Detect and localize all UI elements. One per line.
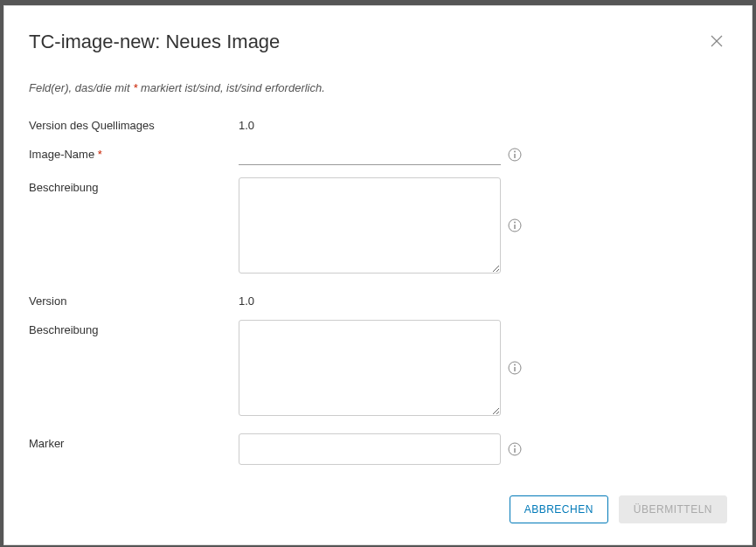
info-icon[interactable] bbox=[508, 218, 522, 232]
row-marker: Marker bbox=[29, 433, 727, 465]
info-icon[interactable] bbox=[508, 361, 522, 375]
close-icon bbox=[710, 34, 724, 48]
value-source-version: 1.0 bbox=[239, 115, 254, 132]
label-marker: Marker bbox=[29, 433, 239, 450]
row-description-1: Beschreibung bbox=[29, 177, 727, 274]
svg-point-6 bbox=[514, 222, 516, 224]
row-source-version: Version des Quellimages 1.0 bbox=[29, 115, 727, 132]
row-description-2: Beschreibung bbox=[29, 320, 727, 416]
info-icon[interactable] bbox=[508, 148, 522, 162]
dialog-header: TC-image-new: Neues Image bbox=[29, 31, 727, 53]
textarea-description-1[interactable] bbox=[239, 177, 501, 274]
input-marker[interactable] bbox=[239, 433, 501, 465]
cancel-button[interactable]: Abbrechen bbox=[510, 495, 608, 523]
label-version: Version bbox=[29, 291, 239, 308]
row-version: Version 1.0 bbox=[29, 291, 727, 308]
svg-point-12 bbox=[514, 446, 516, 447]
close-button[interactable] bbox=[706, 31, 727, 52]
label-image-name: Image-Name * bbox=[29, 144, 239, 161]
label-source-version: Version des Quellimages bbox=[29, 115, 239, 132]
dialog-new-image: TC-image-new: Neues Image Feld(er), das/… bbox=[3, 5, 753, 545]
row-image-name: Image-Name * bbox=[29, 144, 727, 165]
input-image-name[interactable] bbox=[239, 144, 501, 165]
submit-button[interactable]: Übermitteln bbox=[619, 495, 727, 523]
value-version: 1.0 bbox=[239, 291, 254, 308]
label-description-2: Beschreibung bbox=[29, 320, 239, 336]
svg-point-9 bbox=[514, 364, 516, 366]
svg-point-3 bbox=[514, 151, 516, 153]
dialog-footer: Abbrechen Übermitteln bbox=[510, 495, 727, 523]
dialog-title: TC-image-new: Neues Image bbox=[29, 31, 280, 53]
info-icon[interactable] bbox=[508, 442, 522, 456]
label-description-1: Beschreibung bbox=[29, 177, 239, 194]
textarea-description-2[interactable] bbox=[239, 320, 501, 416]
required-hint: Feld(er), das/die mit * markiert ist/sin… bbox=[29, 81, 727, 94]
